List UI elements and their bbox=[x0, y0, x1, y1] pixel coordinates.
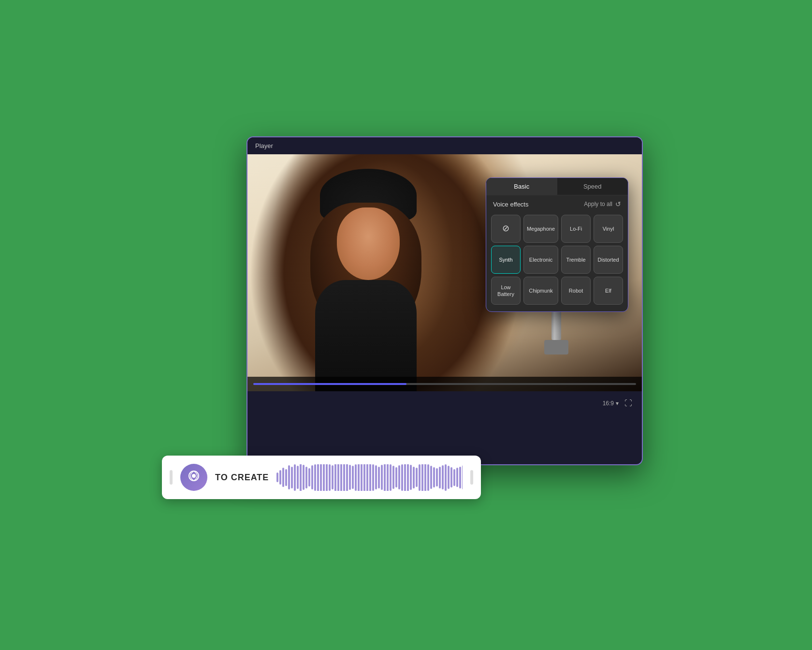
wave-bar bbox=[413, 467, 415, 488]
effect-elf-button[interactable]: Elf bbox=[594, 277, 623, 305]
effect-electronic-button[interactable]: Electronic bbox=[523, 246, 558, 274]
wave-bar bbox=[407, 464, 409, 491]
fullscreen-button[interactable]: ⛶ bbox=[624, 399, 632, 408]
voice-effects-label: Voice effects bbox=[493, 201, 528, 208]
waveform-container bbox=[276, 464, 463, 491]
audio-bar: TO CREATE bbox=[162, 456, 481, 499]
effect-megaphone-button[interactable]: Megaphone bbox=[523, 215, 558, 243]
effect-chipmunk-button[interactable]: Chipmunk bbox=[523, 277, 558, 305]
panel-header: Voice effects Apply to all ↺ bbox=[486, 195, 628, 213]
audio-icon bbox=[188, 470, 200, 485]
refresh-icon: ↺ bbox=[615, 200, 621, 208]
wave-bar bbox=[317, 464, 319, 491]
wave-bar bbox=[326, 464, 328, 491]
effect-vinyl-button[interactable]: Vinyl bbox=[594, 215, 623, 243]
effect-none-button[interactable]: ⊘ bbox=[491, 215, 521, 243]
audio-title: TO CREATE bbox=[215, 473, 269, 483]
wave-bar bbox=[459, 467, 461, 488]
wave-bar bbox=[395, 467, 397, 488]
audio-icon-circle bbox=[180, 464, 207, 491]
wave-bar bbox=[363, 464, 365, 491]
wave-bar bbox=[366, 464, 368, 491]
wave-bar bbox=[448, 466, 450, 489]
apply-all-label: Apply to all bbox=[584, 201, 612, 207]
wave-bar bbox=[311, 465, 313, 489]
effect-synth-label: Synth bbox=[499, 256, 512, 263]
wave-bar bbox=[436, 468, 438, 487]
wave-bar bbox=[320, 464, 322, 491]
wave-bar bbox=[300, 464, 302, 491]
wave-bar bbox=[375, 465, 377, 489]
fullscreen-icon: ⛶ bbox=[624, 399, 632, 407]
apply-all-button[interactable]: Apply to all ↺ bbox=[584, 200, 621, 208]
wave-bar bbox=[358, 464, 360, 491]
wave-bar bbox=[305, 467, 307, 488]
wave-bar bbox=[355, 464, 357, 491]
wave-bar bbox=[323, 464, 325, 491]
wave-bar bbox=[337, 464, 339, 491]
effect-robot-button[interactable]: Robot bbox=[561, 277, 591, 305]
wave-bar bbox=[384, 464, 386, 491]
tab-speed[interactable]: Speed bbox=[557, 178, 628, 195]
panel-tabs: Basic Speed bbox=[486, 178, 628, 195]
wave-bar bbox=[340, 464, 342, 491]
effect-lofi-button[interactable]: Lo-Fi bbox=[561, 215, 591, 243]
wave-bar bbox=[404, 464, 406, 491]
wave-bar bbox=[462, 465, 463, 489]
wave-bar bbox=[450, 467, 452, 488]
player-title: Player bbox=[255, 142, 273, 149]
wave-bar bbox=[276, 473, 278, 482]
wave-bar bbox=[297, 466, 299, 489]
effect-distorted-label: Distorted bbox=[598, 256, 619, 263]
chevron-down-icon: ▾ bbox=[616, 400, 619, 407]
wave-bar bbox=[427, 464, 429, 491]
effect-low-battery-button[interactable]: Low Battery bbox=[491, 277, 521, 305]
wave-bar bbox=[421, 464, 423, 491]
effect-tremble-button[interactable]: Tremble bbox=[561, 246, 591, 274]
effect-distorted-button[interactable]: Distorted bbox=[594, 246, 623, 274]
timeline-bar bbox=[247, 377, 642, 391]
wave-bar bbox=[314, 464, 316, 491]
voice-effects-panel: Basic Speed Voice effects Apply to all ↺… bbox=[486, 177, 628, 312]
tab-basic[interactable]: Basic bbox=[486, 178, 557, 195]
effect-vinyl-label: Vinyl bbox=[603, 225, 614, 232]
wave-bar bbox=[398, 465, 400, 489]
wave-bar bbox=[430, 466, 432, 489]
effect-synth-button[interactable]: Synth bbox=[491, 246, 521, 274]
svg-point-1 bbox=[192, 474, 196, 478]
effect-chipmunk-label: Chipmunk bbox=[529, 287, 553, 294]
wave-bar bbox=[349, 465, 351, 490]
wave-bar bbox=[416, 468, 418, 487]
wave-bar bbox=[439, 467, 441, 488]
wave-bar bbox=[419, 464, 420, 491]
right-drag-handle[interactable] bbox=[470, 470, 473, 485]
no-effect-icon: ⊘ bbox=[502, 223, 509, 234]
player-titlebar: Player bbox=[247, 137, 642, 154]
timeline-progress bbox=[253, 383, 406, 385]
left-drag-handle[interactable] bbox=[170, 470, 173, 485]
wave-bar bbox=[303, 465, 304, 490]
effect-electronic-label: Electronic bbox=[529, 256, 552, 263]
wave-bar bbox=[456, 468, 458, 487]
wave-bar bbox=[453, 469, 455, 486]
wave-bar bbox=[294, 464, 296, 491]
effect-tremble-label: Tremble bbox=[566, 256, 586, 263]
wave-bar bbox=[352, 466, 354, 489]
effect-megaphone-label: Megaphone bbox=[527, 225, 555, 232]
wave-bar bbox=[387, 464, 389, 491]
mic-base bbox=[544, 340, 568, 355]
wave-bar bbox=[343, 464, 345, 491]
aspect-ratio-button[interactable]: 16:9 ▾ bbox=[603, 400, 619, 407]
effect-low-battery-label: Low Battery bbox=[494, 284, 517, 298]
wave-bar bbox=[372, 464, 374, 491]
wave-bar bbox=[334, 464, 336, 491]
wave-bar bbox=[390, 464, 392, 491]
wave-bar bbox=[291, 467, 293, 488]
timeline-track[interactable] bbox=[253, 383, 636, 385]
wave-bar bbox=[288, 465, 290, 489]
wave-bar bbox=[424, 464, 426, 491]
player-bottom-bar: 16:9 ▾ ⛶ bbox=[247, 391, 642, 415]
wave-bar bbox=[369, 464, 371, 491]
wave-bar bbox=[410, 465, 412, 490]
wave-bar bbox=[282, 468, 284, 487]
